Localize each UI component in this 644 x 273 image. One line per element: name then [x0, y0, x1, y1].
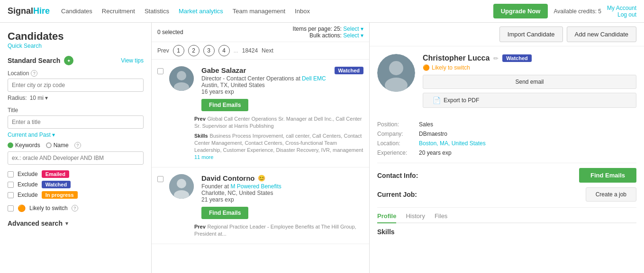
send-email-button[interactable]: Send email — [423, 75, 636, 89]
location-input[interactable] — [8, 79, 144, 92]
card-2-row: David Contorno 😊 Founder at M Powered Be… — [157, 174, 363, 219]
name-radio[interactable]: Name — [46, 142, 69, 149]
keywords-radio[interactable]: Keywords — [8, 142, 40, 149]
company-key: Company: — [377, 131, 415, 137]
card-1-checkbox[interactable] — [157, 68, 163, 74]
bulk-select-link[interactable]: Select — [343, 32, 359, 39]
tab-history[interactable]: History — [406, 212, 425, 223]
nav-market-analytics[interactable]: Market analytics — [179, 8, 223, 15]
nav-inbox[interactable]: Inbox — [295, 8, 310, 15]
detail-watched-badge: Watched — [502, 54, 531, 62]
company-val: DBmaestro — [419, 131, 447, 137]
search-type-radio: Keywords Name ? — [8, 142, 144, 149]
logo-signal: Signal — [8, 6, 33, 16]
view-tips-link[interactable]: View tips — [121, 57, 144, 64]
card-2-company-link[interactable]: M Powered Benefits — [230, 183, 281, 190]
selected-count: 0 selected — [157, 29, 183, 35]
card-1-exp: 16 years exp — [201, 88, 363, 95]
nav-links: Candidates Recruitment Statistics Market… — [61, 8, 482, 15]
current-job-row: Current Job: Create a job — [377, 187, 636, 202]
list-toolbar: 0 selected Items per page: 25: Select ▾ … — [152, 23, 369, 42]
exclude-emailed-checkbox[interactable] — [8, 171, 14, 177]
nav-statistics[interactable]: Statistics — [145, 8, 169, 15]
page-separator: ... — [234, 47, 238, 54]
nav-recruitment[interactable]: Recruitment — [102, 8, 135, 15]
add-new-candidate-button[interactable]: Add new Candidate — [567, 26, 636, 42]
items-select-link[interactable]: Select — [343, 26, 359, 32]
page-2[interactable]: 2 — [188, 45, 200, 56]
likely-help-icon[interactable]: ? — [72, 205, 78, 211]
advanced-search-chevron-icon: ▾ — [65, 220, 68, 227]
svg-point-1 — [177, 71, 186, 80]
page-1[interactable]: 1 — [173, 45, 184, 56]
export-pdf-button[interactable]: 📄 Export to PDF — [423, 93, 636, 108]
tab-files[interactable]: Files — [435, 212, 447, 223]
location-help-icon[interactable]: ? — [31, 70, 37, 77]
candidate-card-1[interactable]: Gabe Salazar Watched Director - Contact … — [152, 60, 369, 167]
title-input[interactable] — [8, 115, 144, 129]
location-val-link[interactable]: Boston, MA, United States — [419, 140, 486, 147]
watched-tag: Watched — [42, 181, 71, 188]
log-out-link[interactable]: Log out — [607, 11, 636, 18]
edit-icon[interactable]: ✏ — [493, 55, 499, 62]
import-candidate-button[interactable]: Import Candidate — [499, 26, 563, 42]
card-2-avatar-svg — [169, 174, 194, 199]
card-1-prev-label: Prev — [194, 116, 206, 122]
candidate-card-2[interactable]: David Contorno 😊 Founder at M Powered Be… — [152, 167, 369, 244]
nav-team-management[interactable]: Team management — [233, 8, 285, 15]
detail-panel: Import Candidate Add new Candidate Chris… — [370, 23, 644, 273]
card-1-company-link[interactable]: Dell EMC — [302, 75, 326, 82]
tab-profile[interactable]: Profile — [377, 212, 396, 223]
bulk-actions: Bulk actions: Select ▾ — [309, 32, 363, 39]
card-2-prev-label: Prev — [194, 224, 206, 229]
page-3[interactable]: 3 — [203, 45, 215, 56]
card-1-avatar-svg — [169, 66, 194, 91]
my-account: My Account Log out — [607, 5, 636, 18]
upgrade-now-button[interactable]: Upgrade Now — [493, 4, 548, 18]
next-button[interactable]: Next — [262, 47, 273, 54]
skills-section-title: Skills — [377, 228, 636, 236]
profile-tabs: Profile History Files — [377, 212, 636, 223]
likely-checkbox[interactable] — [8, 205, 14, 211]
card-2-checkbox-col — [157, 174, 166, 182]
exclude-inprogress-checkbox[interactable] — [8, 192, 14, 198]
name-radio-btn[interactable] — [46, 142, 52, 148]
page-total[interactable]: 18424 — [242, 47, 258, 54]
advanced-search-toggle[interactable]: Advanced search ▾ — [8, 220, 144, 227]
detail-avatar-svg — [377, 54, 415, 92]
detail-header-actions: Import Candidate Add new Candidate — [370, 23, 644, 46]
card-1-watched-badge: Watched — [335, 67, 363, 74]
my-account-link[interactable]: My Account — [607, 5, 636, 11]
pagination: Prev 1 2 3 4 ... 18424 Next — [152, 42, 369, 60]
detail-find-emails-button[interactable]: Find Emails — [579, 168, 636, 183]
nav-candidates[interactable]: Candidates — [61, 8, 92, 15]
contact-info-label: Contact Info: — [377, 172, 418, 179]
create-job-button[interactable]: Create a job — [586, 187, 636, 202]
radius-label: Radius: — [8, 95, 27, 101]
logo: SignalHire — [8, 6, 50, 16]
keywords-radio-btn[interactable] — [8, 142, 13, 148]
card-1-more-skills-link[interactable]: 11 more — [194, 154, 213, 160]
keywords-input[interactable] — [8, 151, 144, 165]
card-2-name: David Contorno — [201, 174, 255, 182]
card-2-checkbox[interactable] — [157, 176, 163, 182]
detail-likely-switch: 🟠 Likely to switch — [423, 64, 636, 71]
position-val: Sales — [419, 121, 433, 128]
card-1-name: Gabe Salazar — [201, 66, 246, 74]
card-2-location: Charlotte, NC, United States — [201, 190, 363, 196]
page-4[interactable]: 4 — [218, 45, 230, 56]
detail-body: Position: Sales Company: DBmaestro Locat… — [370, 115, 644, 241]
card-2-info: David Contorno 😊 Founder at M Powered Be… — [201, 174, 363, 219]
card-2-exp: 21 years exp — [201, 196, 363, 203]
radius-dropdown[interactable]: 10 mi ▾ — [30, 95, 48, 101]
quick-search-link[interactable]: Quick Search — [8, 43, 144, 49]
current-past-dropdown[interactable]: Current and Past ▾ — [8, 132, 144, 138]
card-2-find-emails-button[interactable]: Find Emails — [201, 207, 248, 219]
likely-switch-label: Likely to switch — [432, 64, 470, 71]
card-1-find-emails-button[interactable]: Find Emails — [201, 99, 248, 111]
prev-button[interactable]: Prev — [157, 47, 169, 54]
main-layout: Candidates Quick Search Standard Search … — [0, 23, 644, 273]
exclude-watched-checkbox[interactable] — [8, 182, 14, 188]
title-label: Title — [8, 107, 144, 114]
search-type-help-icon[interactable]: ? — [74, 142, 81, 149]
